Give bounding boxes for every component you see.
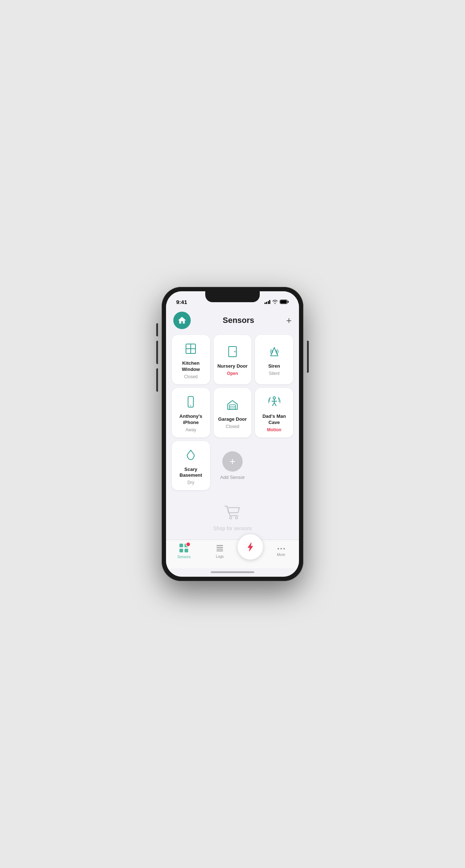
signal-icon [264, 300, 271, 304]
home-button[interactable] [173, 312, 191, 329]
svg-rect-1 [288, 301, 289, 303]
tab-more[interactable]: More [263, 545, 299, 557]
sensor-card-scary-basement[interactable]: Scary Basement Dry [172, 441, 210, 491]
phone-icon [183, 394, 199, 410]
center-action-button[interactable] [238, 534, 263, 560]
sensor-grid-row2: Anthony's iPhone Away Garage Door Closed [172, 388, 293, 437]
door-icon [225, 344, 240, 360]
water-icon [183, 447, 199, 463]
sensor-grid-row3: Scary Basement Dry + Add Sensor [172, 441, 293, 491]
sensor-name-kitchen-window: Kitchen Window [175, 360, 206, 373]
sensor-status-dads-man-cave: Motion [267, 427, 281, 432]
sensor-name-dads-man-cave: Dad's Man Cave [259, 413, 290, 426]
add-sensor-card[interactable]: + Add Sensor [214, 441, 252, 491]
tab-logs-icon-wrap [215, 544, 224, 554]
sensor-card-nursery-door[interactable]: Nursery Door Open [214, 335, 252, 384]
sensor-name-anthonys-iphone: Anthony's iPhone [175, 413, 206, 426]
svg-point-16 [235, 517, 238, 519]
tab-sensors-icon-wrap [179, 543, 189, 554]
tab-logs-label: Logs [216, 555, 224, 559]
tab-bar: Sensors Logs [166, 540, 299, 568]
window-icon [183, 341, 199, 357]
tab-more-label: More [277, 553, 285, 557]
more-dots-icon [277, 547, 286, 551]
app-content: Sensors + Kitchen Window Closed [166, 307, 299, 540]
sensor-name-scary-basement: Scary Basement [175, 467, 206, 479]
sensor-status-anthonys-iphone: Away [186, 427, 196, 432]
sensor-name-nursery-door: Nursery Door [217, 363, 247, 369]
svg-rect-2 [280, 300, 287, 304]
sensor-name-garage-door: Garage Door [218, 416, 247, 423]
status-icons [264, 300, 289, 304]
sensor-card-anthonys-iphone[interactable]: Anthony's iPhone Away [172, 388, 210, 437]
add-sensor-label: Add Sensor [220, 475, 245, 480]
tab-sensors-badge [186, 542, 191, 547]
tab-sensors[interactable]: Sensors [166, 543, 202, 559]
home-indicator [166, 568, 299, 577]
notch [205, 291, 260, 302]
wifi-icon [272, 300, 278, 304]
empty-cell [255, 441, 293, 491]
logs-list-icon [215, 544, 224, 552]
home-indicator-bar [211, 571, 254, 573]
sensor-status-kitchen-window: Closed [184, 374, 198, 379]
sensor-status-scary-basement: Dry [187, 480, 194, 485]
sensor-status-siren: Silent [269, 371, 280, 376]
tab-sensors-label: Sensors [177, 555, 191, 559]
sensor-status-nursery-door: Open [227, 371, 238, 376]
side-button-mute [156, 323, 158, 336]
tab-more-icon-wrap [277, 545, 286, 552]
motion-icon [266, 394, 282, 410]
svg-rect-19 [179, 549, 183, 552]
sensor-card-garage-door[interactable]: Garage Door Closed [214, 388, 252, 437]
svg-point-25 [278, 548, 279, 549]
lightning-icon [245, 541, 256, 552]
home-icon [177, 316, 187, 325]
svg-rect-11 [230, 405, 235, 409]
svg-rect-17 [179, 544, 183, 547]
phone-frame: 9:41 [162, 287, 303, 581]
tab-logs[interactable]: Logs [202, 544, 238, 559]
shop-label: Shop for sensors [213, 525, 252, 532]
add-sensor-circle-icon: + [222, 451, 243, 472]
shop-cart-icon [223, 505, 242, 522]
svg-point-15 [230, 517, 232, 519]
battery-icon [280, 300, 289, 304]
status-time: 9:41 [176, 299, 187, 305]
side-button-power [307, 341, 309, 373]
siren-icon [266, 344, 282, 360]
svg-rect-20 [185, 549, 188, 552]
sensor-card-kitchen-window[interactable]: Kitchen Window Closed [172, 335, 210, 384]
app-header: Sensors + [172, 307, 293, 335]
side-button-volume-down [156, 368, 158, 392]
shop-section[interactable]: Shop for sensors [172, 494, 293, 540]
svg-point-27 [283, 548, 285, 549]
sensor-status-garage-door: Closed [226, 424, 239, 429]
garage-icon [225, 397, 240, 413]
add-sensor-header-button[interactable]: + [286, 316, 292, 325]
page-title: Sensors [223, 316, 254, 325]
add-sensor-plus-icon: + [230, 456, 235, 467]
sensor-name-siren: Siren [268, 363, 280, 369]
svg-point-26 [280, 548, 282, 549]
side-button-volume-up [156, 341, 158, 364]
sensor-card-dads-man-cave[interactable]: Dad's Man Cave Motion [255, 388, 293, 437]
sensor-grid-row1: Kitchen Window Closed Nursery Door Open [172, 335, 293, 384]
sensor-card-siren[interactable]: Siren Silent [255, 335, 293, 384]
svg-point-7 [234, 351, 235, 352]
phone-screen: 9:41 [166, 291, 299, 577]
